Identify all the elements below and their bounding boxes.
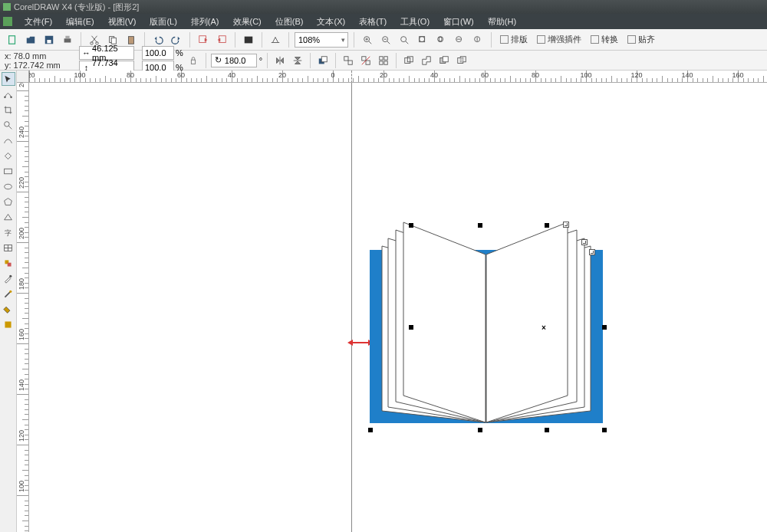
svg-text:字: 字 <box>5 228 12 236</box>
ellipse-tool-icon[interactable] <box>2 179 15 193</box>
to-front-icon[interactable] <box>315 53 331 68</box>
print-icon[interactable] <box>60 32 75 48</box>
simplify-icon[interactable] <box>472 53 487 68</box>
sel-handle-e[interactable] <box>602 325 607 330</box>
rotate-icon: ↻ <box>214 56 223 65</box>
svg-rect-43 <box>5 169 12 174</box>
intersect-icon[interactable] <box>454 53 469 68</box>
group-icon[interactable] <box>341 53 356 68</box>
rectangle-tool-icon[interactable] <box>2 164 15 178</box>
menu-layout[interactable]: 版面(L) <box>143 15 183 29</box>
workspace: 字 12010080604020020406080100120140160 26… <box>0 71 767 532</box>
menu-file[interactable]: 文件(F) <box>18 15 58 29</box>
open-icon[interactable] <box>23 32 38 48</box>
sel-handle-s[interactable] <box>478 428 482 432</box>
text-tool-icon[interactable]: 字 <box>2 225 15 239</box>
zoom-selection-icon[interactable] <box>397 32 412 48</box>
rotation-input[interactable]: ↻ 180.0 <box>211 54 257 67</box>
table-tool-icon[interactable] <box>2 241 15 255</box>
sel-handle-nw[interactable] <box>409 223 413 228</box>
lock-ratio-icon[interactable] <box>186 53 201 68</box>
zoom-page-icon[interactable] <box>433 32 449 48</box>
sel-center-marker[interactable]: × <box>542 323 546 332</box>
smart-fill-icon[interactable] <box>2 149 15 163</box>
menu-arrange[interactable]: 排列(A) <box>185 15 225 29</box>
sel-handle-w[interactable] <box>409 325 413 330</box>
front-minus-icon[interactable] <box>489 53 505 68</box>
position-readout: x:78.0 mm y:172.742 mm <box>3 51 77 70</box>
zoom-height-icon[interactable] <box>470 32 486 48</box>
ruler-v-label: 180 <box>18 278 25 290</box>
app-launcher-icon[interactable] <box>241 32 256 48</box>
menu-effects[interactable]: 效果(C) <box>227 15 268 29</box>
mirror-h-icon[interactable] <box>272 53 288 68</box>
corner-handle-3[interactable] <box>589 249 595 255</box>
weld-icon[interactable] <box>419 53 434 68</box>
sel-handle-ne[interactable] <box>545 223 549 228</box>
import-icon[interactable] <box>196 32 211 48</box>
ruler-h-label: 40 <box>228 71 235 79</box>
combine-icon[interactable] <box>401 53 416 68</box>
zoom-out-icon[interactable] <box>378 32 393 48</box>
menu-edit[interactable]: 编辑(E) <box>60 15 100 29</box>
welcome-icon[interactable] <box>268 32 283 48</box>
pick-tool-icon[interactable] <box>2 72 15 86</box>
interactive-fill-icon[interactable] <box>2 317 15 331</box>
ruler-horizontal[interactable]: 12010080604020020406080100120140160 <box>17 71 767 83</box>
basic-shapes-icon[interactable] <box>2 210 15 224</box>
sel-handle-s2[interactable] <box>545 428 549 432</box>
zoom-all-icon[interactable] <box>415 32 430 48</box>
shape-tool-icon[interactable] <box>2 87 15 101</box>
convert-button[interactable]: 转换 <box>588 32 621 48</box>
menu-tools[interactable]: 工具(O) <box>394 15 436 29</box>
freehand-tool-icon[interactable] <box>2 133 15 147</box>
canvas[interactable]: × <box>29 83 767 532</box>
redo-icon[interactable] <box>169 32 184 48</box>
ruler-h-label: 100 <box>74 71 85 79</box>
new-icon[interactable] <box>5 32 20 48</box>
scale-x-input[interactable]: 100.0 <box>142 46 174 60</box>
sel-handle-sw[interactable] <box>368 428 373 432</box>
ruler-h-label: 80 <box>127 71 134 79</box>
ruler-h-label: 160 <box>732 71 743 79</box>
book-object[interactable] <box>367 219 612 434</box>
crop-tool-icon[interactable] <box>2 103 15 117</box>
menu-bitmap[interactable]: 位图(B) <box>269 15 310 29</box>
corner-handle-1[interactable] <box>563 222 569 228</box>
undo-icon[interactable] <box>150 32 166 48</box>
zoom-in-icon[interactable] <box>360 32 375 48</box>
save-icon[interactable] <box>41 32 57 48</box>
layout-button[interactable]: 排版 <box>497 32 531 48</box>
menu-text[interactable]: 文本(X) <box>311 15 351 29</box>
polygon-tool-icon[interactable] <box>2 195 15 209</box>
ungroup-icon[interactable] <box>358 53 374 68</box>
zoom-level[interactable]: 108% <box>295 32 348 48</box>
zoom-tool-icon[interactable] <box>2 118 15 132</box>
menu-view[interactable]: 视图(V) <box>102 15 143 29</box>
svg-rect-51 <box>5 321 11 327</box>
snap-button[interactable]: 贴齐 <box>624 32 658 48</box>
zoom-width-icon[interactable] <box>452 32 467 48</box>
interactive-tool-icon[interactable] <box>2 256 15 270</box>
back-minus-icon[interactable] <box>507 53 522 68</box>
outline-tool-icon[interactable] <box>2 287 15 300</box>
ruler-v-label: 200 <box>18 228 25 239</box>
corner-handle-2[interactable] <box>581 239 588 245</box>
plugin-button[interactable]: 增强插件 <box>534 32 584 48</box>
ruler-h-label: 20 <box>278 71 286 79</box>
trim-icon[interactable] <box>436 53 452 68</box>
sel-handle-se[interactable] <box>602 428 607 432</box>
menu-help[interactable]: 帮助(H) <box>482 15 522 29</box>
ruler-corner[interactable] <box>17 71 29 83</box>
eyedropper-icon[interactable] <box>2 271 15 285</box>
export-icon[interactable] <box>214 32 229 48</box>
menu-window[interactable]: 窗口(W) <box>437 15 480 29</box>
fill-tool-icon[interactable] <box>2 302 15 316</box>
sel-handle-n[interactable] <box>478 223 482 228</box>
svg-rect-30 <box>384 56 387 59</box>
svg-rect-36 <box>443 56 448 61</box>
mirror-v-icon[interactable] <box>290 53 305 68</box>
menu-table[interactable]: 表格(T) <box>353 15 393 29</box>
ruler-vertical[interactable]: 260240220200180160140120100 <box>17 83 29 532</box>
ungroup-all-icon[interactable] <box>376 53 391 68</box>
